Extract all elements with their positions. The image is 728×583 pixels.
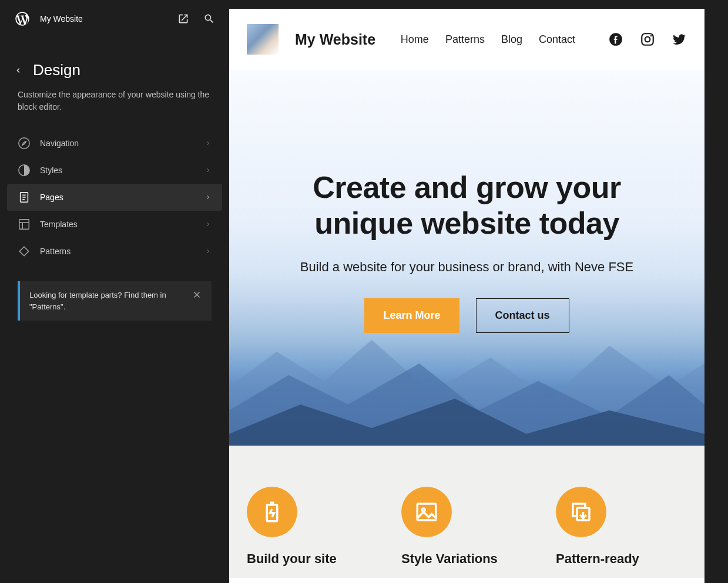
sidebar-site-name[interactable]: My Website bbox=[40, 14, 168, 23]
svg-point-0 bbox=[19, 138, 29, 149]
svg-marker-1 bbox=[22, 141, 26, 145]
svg-rect-7 bbox=[19, 220, 29, 230]
instagram-icon[interactable] bbox=[640, 32, 655, 47]
chevron-right-icon bbox=[204, 194, 212, 201]
design-nav-list: Navigation Styles Pages Templates Patter… bbox=[0, 130, 229, 265]
feature-style: Style Variations bbox=[401, 487, 532, 567]
hero-subtitle: Build a website for your business or bra… bbox=[300, 260, 633, 275]
battery-icon bbox=[247, 487, 297, 537]
nav-link-home[interactable]: Home bbox=[401, 33, 429, 46]
chevron-right-icon bbox=[204, 221, 212, 228]
contrast-icon bbox=[18, 164, 31, 177]
nav-label: Pages bbox=[40, 193, 195, 202]
contact-us-button[interactable]: Contact us bbox=[476, 298, 569, 333]
sidebar-item-navigation[interactable]: Navigation bbox=[7, 130, 222, 157]
sidebar-item-patterns[interactable]: Patterns bbox=[7, 238, 222, 265]
nav-label: Navigation bbox=[40, 139, 195, 148]
facebook-icon[interactable] bbox=[608, 32, 623, 47]
nav-label: Patterns bbox=[40, 247, 195, 256]
preview-site-title[interactable]: My Website bbox=[295, 31, 384, 48]
close-icon[interactable] bbox=[192, 289, 202, 300]
notice-text: Looking for template parts? Find them in… bbox=[29, 289, 184, 312]
hero-heading: Create and grow your unique website toda… bbox=[313, 170, 621, 242]
preview-header: My Website Home Patterns Blog Contact bbox=[229, 9, 704, 70]
hero-section: Create and grow your unique website toda… bbox=[229, 70, 704, 446]
search-icon[interactable] bbox=[203, 13, 215, 25]
sidebar-item-templates[interactable]: Templates bbox=[7, 211, 222, 238]
chevron-right-icon bbox=[204, 248, 212, 255]
svg-point-15 bbox=[650, 35, 652, 37]
feature-build: Build your site bbox=[247, 487, 378, 567]
feature-title: Style Variations bbox=[401, 551, 532, 567]
feature-title: Build your site bbox=[247, 551, 378, 567]
external-link-icon[interactable] bbox=[177, 13, 189, 25]
site-logo-icon[interactable] bbox=[247, 24, 279, 55]
svg-rect-10 bbox=[19, 247, 29, 256]
wordpress-logo-icon[interactable] bbox=[14, 11, 31, 27]
section-title: Design bbox=[33, 61, 80, 79]
feature-pattern: Pattern-ready bbox=[556, 487, 687, 567]
image-icon bbox=[401, 487, 452, 537]
mountains-illustration-icon bbox=[229, 316, 704, 446]
chevron-right-icon bbox=[204, 167, 212, 174]
nav-label: Templates bbox=[40, 220, 195, 229]
nav-link-patterns[interactable]: Patterns bbox=[445, 33, 485, 46]
section-description: Customize the appearance of your website… bbox=[0, 86, 229, 130]
page-icon bbox=[18, 191, 31, 204]
features-row: Build your site Style Variations Pattern… bbox=[229, 446, 704, 578]
nav-label: Styles bbox=[40, 166, 195, 175]
svg-point-14 bbox=[645, 37, 650, 42]
sidebar-item-pages[interactable]: Pages bbox=[7, 184, 222, 211]
compass-icon bbox=[18, 137, 31, 150]
template-parts-notice: Looking for template parts? Find them in… bbox=[18, 281, 212, 321]
nav-link-blog[interactable]: Blog bbox=[501, 33, 522, 46]
nav-link-contact[interactable]: Contact bbox=[539, 33, 575, 46]
feature-title: Pattern-ready bbox=[556, 551, 687, 567]
layout-icon bbox=[18, 218, 31, 231]
twitter-icon[interactable] bbox=[672, 32, 687, 47]
svg-rect-18 bbox=[417, 504, 436, 520]
preview-nav: Home Patterns Blog Contact bbox=[401, 33, 575, 46]
learn-more-button[interactable]: Learn More bbox=[364, 298, 459, 333]
diamond-icon bbox=[18, 245, 31, 258]
site-preview[interactable]: My Website Home Patterns Blog Contact Cr… bbox=[229, 9, 704, 583]
chevron-right-icon bbox=[204, 140, 212, 147]
back-chevron-icon[interactable] bbox=[14, 66, 22, 75]
copy-icon bbox=[556, 487, 606, 537]
sidebar-item-styles[interactable]: Styles bbox=[7, 157, 222, 184]
